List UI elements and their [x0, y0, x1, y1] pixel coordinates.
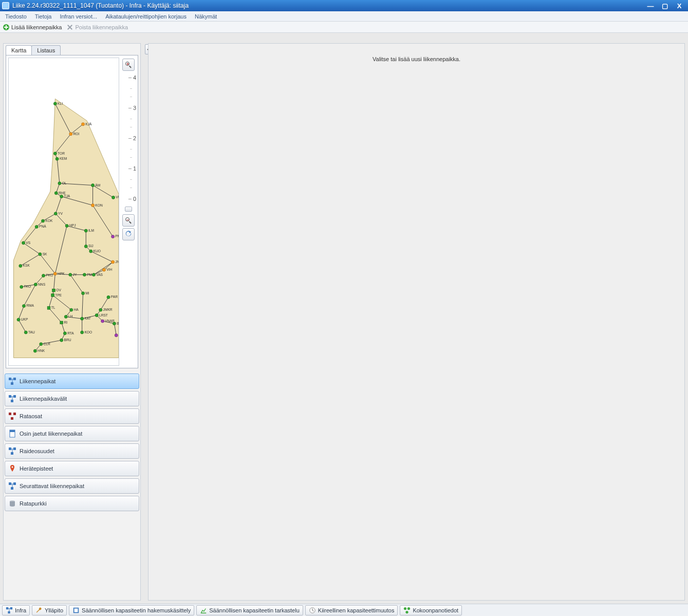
station-ÄM[interactable]: ÄM [91, 183, 101, 187]
zoom-subtick [130, 127, 132, 127]
station-label: PM [115, 234, 119, 238]
footer-tab-0[interactable]: Infra [2, 605, 30, 615]
close-button[interactable]: X [673, 2, 686, 10]
station-KJÄ[interactable]: KJÄ [82, 122, 92, 126]
svg-rect-33 [51, 294, 54, 297]
maximize-button[interactable]: ▢ [658, 2, 672, 10]
station-NNS[interactable]: NNS [34, 283, 45, 286]
station-HA[interactable]: HA [70, 308, 79, 311]
station-TPE[interactable]: TPE [51, 293, 62, 297]
station-KAT[interactable]: KAT [81, 316, 91, 320]
station-MI[interactable]: MI [82, 291, 89, 295]
station-KOK[interactable]: KOK [42, 219, 53, 222]
station-KUO[interactable]: KUO [89, 249, 101, 253]
zoom-reset-button[interactable] [122, 228, 135, 240]
station-KLI[interactable]: KLI [53, 102, 63, 105]
zoom-slider-knob[interactable] [125, 207, 132, 212]
menu-nakymat[interactable]: Näkymät [192, 12, 220, 21]
accordion-label: Raideosuudet [20, 448, 54, 454]
station-TL[interactable]: TL [47, 306, 55, 309]
station-PNÄ[interactable]: PNÄ [35, 225, 46, 228]
accordion-item-2[interactable]: Rataosat [5, 408, 139, 424]
tab-listaus[interactable]: Listaus [31, 45, 61, 55]
station-PM[interactable]: PM [111, 234, 119, 238]
station-JY[interactable]: JY [69, 273, 77, 276]
station-ROI[interactable]: ROI [69, 132, 80, 136]
station-KOO[interactable]: KOO [81, 330, 92, 334]
station-TJA[interactable]: TJA [60, 194, 70, 198]
station-JMKR[interactable]: JMKR [99, 308, 113, 311]
station-ILM[interactable]: ILM [84, 229, 94, 232]
svg-point-8 [60, 195, 63, 198]
footer-tab-1[interactable]: Ylläpito [32, 605, 67, 615]
zoom-tick[interactable]: 2 [121, 135, 136, 141]
station-TKO[interactable]: TKO [20, 285, 31, 288]
svg-point-7 [54, 192, 58, 195]
footer-tab-4[interactable]: Kiireellinen kapasiteettimuutos [305, 605, 398, 615]
station-OL[interactable]: OL [58, 181, 67, 185]
station-CLR[interactable]: CLR [40, 342, 50, 346]
accordion-item-7[interactable]: Ratapurkki [5, 496, 139, 511]
station-VNAR[interactable]: VNAR [101, 319, 115, 323]
station-RMA[interactable]: RMA [22, 304, 34, 307]
station-PKO[interactable]: PKO [42, 273, 53, 277]
menu-aikataulujen-korjaus[interactable]: Aikataulujen/reittipohjien korjaus [102, 12, 190, 21]
station-HPK[interactable]: HPK [53, 272, 65, 275]
station-TAU[interactable]: TAU [24, 330, 35, 334]
station-KEM[interactable]: KEM [55, 157, 67, 160]
menu-tiedosto[interactable]: Tiedosto [2, 12, 30, 21]
accordion-item-3[interactable]: Osin jaetut liikennepaikat [5, 426, 139, 441]
station-SK[interactable]: SK [39, 252, 47, 256]
zoom-scale[interactable]: 43210 [124, 74, 133, 202]
station-label: KOK [45, 219, 53, 222]
footer-tab-2[interactable]: Säännöllisen kapasiteetin hakemuskäsitte… [69, 605, 194, 615]
station-VIH[interactable]: VIH [102, 268, 112, 271]
accordion-item-4[interactable]: Raideosuudet [5, 443, 139, 459]
station-KSK[interactable]: KSK [19, 264, 30, 267]
add-liikennepaikka-button[interactable]: Lisää liikennepaikka [3, 24, 62, 30]
tab-kartta[interactable]: Kartta [6, 45, 32, 55]
station-VAS[interactable]: VAS [92, 273, 103, 276]
station-JNS[interactable]: JNS [111, 260, 119, 264]
zoom-tick[interactable]: 1 [121, 165, 136, 172]
station-LH[interactable]: LH [64, 314, 72, 318]
station-KON[interactable]: KON [91, 203, 103, 207]
station-UKP[interactable]: UKP [17, 318, 28, 321]
station-OV[interactable]: OV [52, 288, 62, 292]
station-RTA[interactable]: RTA [63, 331, 74, 335]
map-canvas[interactable]: KLIKJÄROITORKEMOLÄMRHETJAVURKONYVKOKHPJP… [8, 58, 119, 366]
station-YV[interactable]: YV [54, 212, 63, 215]
station-label: HPJ [69, 223, 76, 227]
svg-rect-31 [52, 289, 55, 292]
zoom-tick[interactable]: 3 [121, 105, 136, 111]
accordion-item-0[interactable]: Liikennepaikat [5, 374, 139, 389]
station-label: HNK [38, 349, 45, 352]
station-LRST[interactable]: LRST [95, 313, 108, 317]
station-TOR[interactable]: TOR [53, 152, 65, 155]
station-SIJ[interactable]: SIJ [84, 244, 93, 248]
svg-point-37 [70, 308, 73, 311]
zoom-tick[interactable]: 0 [121, 196, 136, 202]
zoom-out-button[interactable]: − [122, 214, 135, 227]
accordion-item-5[interactable]: Herätepisteet [5, 461, 139, 476]
station-VS[interactable]: VS [22, 241, 30, 245]
svg-point-22 [19, 265, 22, 268]
zoom-controls: + 43210 − [121, 59, 136, 240]
menu-infran-versiot[interactable]: Infran versiot... [57, 12, 100, 21]
minimize-button[interactable]: — [644, 2, 657, 10]
menu-tietoja[interactable]: Tietoja [32, 12, 55, 21]
zoom-tick[interactable]: 4 [121, 74, 136, 81]
footer-tab-5[interactable]: Kokoonpanotiedot [400, 605, 462, 615]
footer-tab-3[interactable]: Säännöllisen kapasiteetin tarkastelu [196, 605, 303, 615]
station-PM2[interactable]: PM [83, 273, 92, 276]
station-HNK[interactable]: HNK [33, 349, 45, 352]
zoom-tick-label: 0 [133, 196, 136, 202]
station-RI[interactable]: RI [60, 321, 67, 324]
svg-point-9 [111, 196, 115, 199]
accordion-item-6[interactable]: Seurattavat liikennepaikat [5, 478, 139, 494]
station-BRU[interactable]: BRU [60, 338, 71, 342]
station-HPJ[interactable]: HPJ [65, 223, 76, 227]
station-PAR[interactable]: PAR [107, 295, 118, 298]
accordion-item-1[interactable]: Liikennepaikkavälit [5, 391, 139, 406]
zoom-in-button[interactable]: + [122, 59, 135, 71]
